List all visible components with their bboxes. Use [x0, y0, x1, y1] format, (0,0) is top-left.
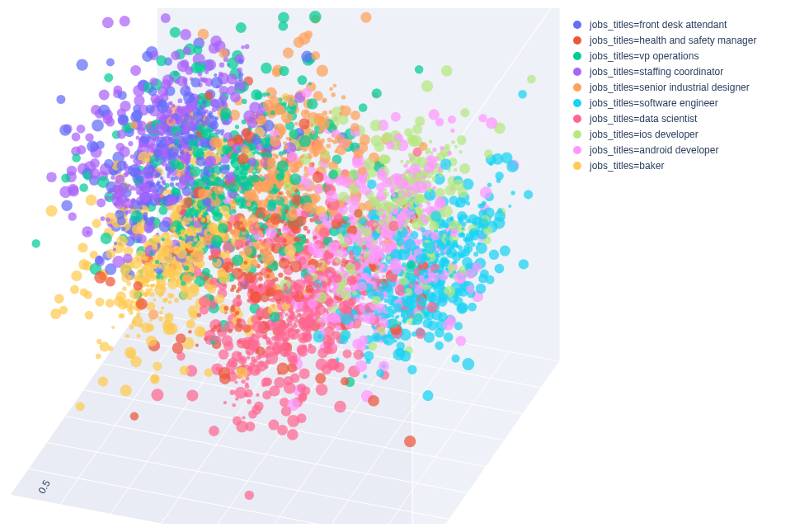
- svg-point-3774: [218, 187, 221, 191]
- svg-point-2158: [336, 144, 346, 155]
- svg-point-3822: [382, 242, 393, 254]
- svg-point-4383: [301, 184, 305, 188]
- svg-point-4177: [289, 327, 293, 332]
- svg-point-3023: [275, 233, 280, 238]
- svg-point-4077: [390, 258, 402, 270]
- svg-point-4444: [189, 283, 199, 293]
- svg-point-3485: [414, 313, 422, 322]
- svg-point-2848: [154, 136, 159, 141]
- legend-swatch: [573, 99, 581, 107]
- svg-point-1756: [159, 206, 168, 215]
- svg-point-3478: [305, 285, 313, 294]
- svg-point-3559: [168, 300, 172, 304]
- svg-point-4417: [242, 231, 246, 235]
- svg-point-4163: [445, 268, 448, 271]
- svg-point-4493: [336, 250, 341, 254]
- svg-point-3455: [170, 294, 174, 298]
- legend-item[interactable]: jobs_titles=senior industrial designer: [573, 79, 788, 95]
- svg-point-3299: [388, 306, 393, 311]
- svg-point-2246: [379, 318, 389, 328]
- svg-point-2565: [411, 190, 414, 193]
- svg-point-4346: [436, 269, 440, 273]
- svg-point-3967: [403, 223, 408, 228]
- svg-point-4342: [113, 248, 116, 252]
- svg-point-3973: [261, 138, 271, 148]
- svg-point-4187: [218, 323, 221, 327]
- svg-point-4469: [435, 254, 438, 257]
- svg-point-3015: [119, 146, 129, 157]
- svg-point-2915: [191, 62, 203, 73]
- svg-point-2134: [232, 403, 236, 407]
- legend-item[interactable]: jobs_titles=ios developer: [573, 126, 788, 142]
- svg-point-4379: [177, 108, 182, 113]
- svg-point-4254: [341, 261, 346, 265]
- svg-point-3422: [278, 21, 288, 31]
- svg-point-4285: [386, 141, 394, 149]
- svg-point-2132: [333, 83, 337, 87]
- svg-point-4141: [385, 334, 389, 338]
- svg-point-4059: [209, 180, 213, 184]
- svg-point-3119: [387, 256, 391, 260]
- legend-item[interactable]: jobs_titles=data scientist: [573, 111, 788, 126]
- svg-point-4408: [372, 296, 381, 305]
- svg-point-3436: [235, 196, 245, 206]
- svg-point-3605: [290, 374, 300, 384]
- scatter-3d-plot[interactable]: 0.5: [8, 8, 561, 524]
- svg-point-3420: [127, 210, 131, 214]
- svg-point-1490: [50, 308, 61, 319]
- svg-point-4462: [285, 244, 296, 256]
- svg-point-1512: [153, 299, 157, 302]
- svg-point-4447: [376, 304, 386, 313]
- legend-item[interactable]: jobs_titles=baker: [573, 158, 788, 173]
- svg-point-4279: [360, 134, 370, 145]
- legend-item[interactable]: jobs_titles=software engineer: [573, 95, 788, 111]
- svg-point-4433: [257, 230, 262, 235]
- svg-point-4214: [341, 106, 351, 116]
- svg-point-4288: [127, 281, 131, 285]
- svg-point-1920: [294, 122, 299, 126]
- svg-point-2183: [120, 101, 130, 111]
- svg-point-3856: [404, 239, 416, 252]
- svg-point-2622: [390, 189, 394, 193]
- svg-point-3502: [376, 369, 384, 377]
- svg-point-3678: [429, 297, 434, 302]
- svg-point-4223: [210, 247, 219, 257]
- svg-point-3570: [439, 231, 444, 236]
- svg-point-3644: [163, 196, 168, 201]
- legend-item[interactable]: jobs_titles=staffing coordinator: [573, 64, 788, 79]
- svg-point-256: [76, 59, 87, 70]
- svg-point-4459: [224, 214, 228, 218]
- svg-point-3937: [365, 260, 369, 265]
- svg-point-4084: [265, 199, 268, 202]
- svg-point-3785: [96, 339, 101, 344]
- svg-point-2700: [457, 135, 467, 145]
- svg-point-4419: [400, 208, 412, 219]
- svg-point-4180: [402, 290, 406, 294]
- svg-point-601: [70, 285, 79, 294]
- svg-point-4227: [125, 210, 128, 214]
- svg-point-2926: [120, 384, 132, 396]
- svg-point-391: [247, 355, 251, 360]
- svg-point-3983: [299, 285, 303, 290]
- svg-point-2227: [506, 161, 518, 172]
- svg-point-4211: [396, 238, 404, 246]
- svg-point-4298: [452, 261, 456, 265]
- svg-point-3458: [297, 345, 308, 355]
- legend-item[interactable]: jobs_titles=health and safety manager: [573, 32, 788, 48]
- svg-point-3765: [378, 206, 381, 210]
- legend-item[interactable]: jobs_titles=vp operations: [573, 48, 788, 64]
- svg-point-4201: [313, 316, 317, 320]
- svg-point-4367: [149, 216, 154, 221]
- svg-point-4309: [430, 206, 435, 210]
- svg-point-2443: [161, 307, 164, 310]
- legend-item[interactable]: jobs_titles=front desk attendant: [573, 16, 788, 32]
- svg-point-2457: [197, 263, 202, 268]
- svg-point-4283: [242, 337, 253, 347]
- svg-point-4067: [424, 332, 435, 342]
- svg-point-287: [363, 374, 367, 379]
- legend-item[interactable]: jobs_titles=android developer: [573, 142, 788, 158]
- svg-point-3627: [180, 150, 185, 155]
- svg-point-4090: [207, 224, 212, 229]
- svg-point-4475: [192, 251, 204, 262]
- svg-point-2244: [202, 268, 210, 276]
